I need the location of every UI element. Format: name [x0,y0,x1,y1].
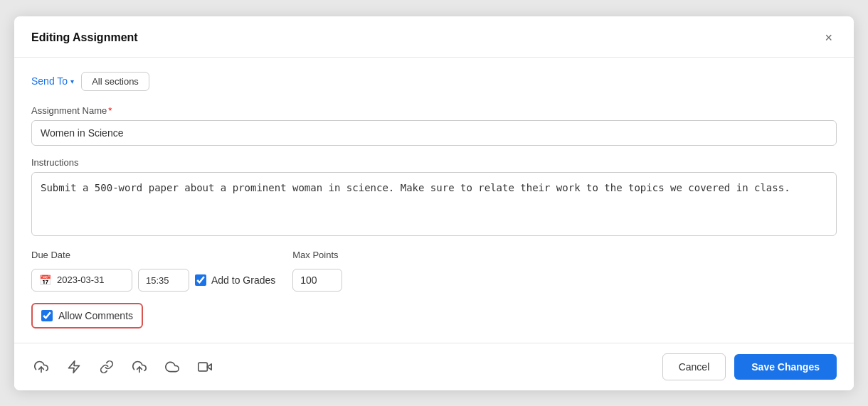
send-to-button[interactable]: Send To ▾ [31,75,74,87]
date-input-wrapper: 📅 [31,269,132,292]
max-points-label: Max Points [292,250,342,260]
max-points-input[interactable] [292,269,342,292]
due-date-label: Due Date [31,250,275,260]
add-to-grades-label[interactable]: Add to Grades [211,274,275,286]
footer-actions: Cancel Save Changes [662,353,837,380]
time-input-wrapper [138,269,189,292]
modal-body: Send To ▾ All sections Assignment Name* … [14,58,854,343]
modal-header: Editing Assignment × [14,16,854,58]
instructions-textarea[interactable] [31,172,837,236]
modal-title: Editing Assignment [31,31,138,44]
due-date-group: Due Date 📅 Add to Grades [31,250,275,292]
modal-footer: Cancel Save Changes [14,343,854,390]
due-date-inputs: 📅 Add to Grades [31,269,275,292]
add-to-grades-checkbox[interactable] [195,274,206,286]
due-date-input[interactable] [57,274,125,285]
due-date-row: Due Date 📅 Add to Grades Max P [31,250,837,292]
upload-icon-button[interactable] [31,357,51,377]
add-grades-wrapper: Add to Grades [195,274,275,286]
assignment-name-label: Assignment Name* [31,105,837,116]
send-to-row: Send To ▾ All sections [31,72,837,91]
due-time-input[interactable] [146,275,181,286]
allow-comments-wrapper: Allow Comments [31,303,143,328]
svg-marker-3 [207,363,211,369]
svg-marker-1 [69,360,80,373]
modal-dialog: Editing Assignment × Send To ▾ All secti… [14,16,854,390]
max-points-group: Max Points [292,250,342,292]
section-badge[interactable]: All sections [81,72,149,91]
calendar-icon: 📅 [39,274,51,286]
link-icon-button[interactable] [97,357,117,377]
chevron-down-icon: ▾ [70,78,74,85]
cloud-icon-button[interactable] [162,357,182,377]
save-changes-button[interactable]: Save Changes [734,354,837,380]
close-button[interactable]: × [820,29,837,47]
svg-rect-4 [199,363,208,371]
cancel-button[interactable]: Cancel [662,353,726,380]
assignment-name-group: Assignment Name* [31,105,837,146]
assignment-name-input[interactable] [31,120,837,146]
lightning-icon-button[interactable] [64,357,84,377]
footer-icons [31,357,215,377]
send-to-label: Send To [31,75,68,87]
instructions-label: Instructions [31,157,837,168]
video-icon-button[interactable] [195,357,215,377]
cloud-upload-icon-button[interactable] [129,357,149,377]
allow-comments-checkbox[interactable] [41,310,53,321]
instructions-group: Instructions [31,157,837,238]
allow-comments-label[interactable]: Allow Comments [58,310,133,321]
